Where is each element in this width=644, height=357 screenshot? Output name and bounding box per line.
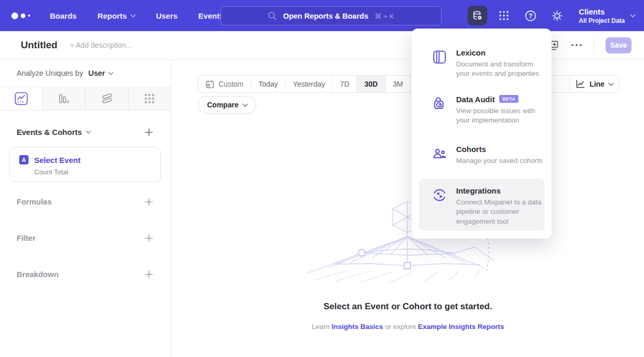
report-title[interactable]: Untitled [21,39,58,51]
events-cohorts-label: Events & Cohorts [17,128,82,136]
tab-bar-chart[interactable] [43,87,86,110]
nav-label: Reports [98,11,127,20]
search-shortcut: ⌘ + K [375,12,394,20]
add-formula-button[interactable] [145,198,153,206]
breakdown-section: Breakdown [17,270,153,279]
compare-dropdown[interactable]: Compare [198,96,256,114]
global-search-input[interactable]: Open Reports & Boards ⌘ + K [221,6,442,25]
date-range-label: 7D [340,80,349,88]
analyze-uniques-row: Analyze Uniques by User [0,60,171,87]
menu-item-data-audit[interactable]: Data AuditBETA View possible issues with… [419,88,544,133]
data-management-dropdown: Lexicon Document and transform your even… [412,29,552,239]
mixpanel-logo[interactable] [11,12,30,19]
ellipsis-icon [571,44,582,47]
chevron-down-icon [608,80,613,86]
add-breakdown-button[interactable] [145,270,153,279]
chart-style-dropdown[interactable]: Line [569,75,619,93]
empty-state-subtext: Learn Insights Basics or explore Example… [203,323,613,331]
integrations-sync-icon [432,186,447,224]
filter-section: Filter [17,234,153,242]
bar-chart-icon [58,92,70,105]
navbar-actions: ? Clients All Project Data [468,0,635,31]
data-management-button[interactable] [468,6,487,25]
cohorts-people-icon [432,145,447,166]
chevron-down-icon [131,12,136,17]
metric-grid-icon [143,92,156,105]
gear-icon [551,10,563,22]
search-icon [268,11,277,20]
logo-dot [28,15,30,17]
nav-item-users[interactable]: Users [156,11,177,20]
data-audit-icon [432,95,447,126]
events-cohorts-header[interactable]: Events & Cohorts [17,128,90,136]
logo-dot [11,12,18,19]
event-card[interactable]: A Select Event Count Total [9,147,161,182]
date-range-custom[interactable]: Custom [198,76,251,92]
beta-badge: BETA [499,95,518,103]
date-range-label: Custom [218,80,243,88]
menu-item-title: Lexicon [456,48,486,57]
chevron-down-icon [631,12,636,17]
help-icon: ? [525,10,537,22]
chevron-down-icon [242,101,248,106]
menu-item-cohorts[interactable]: Cohorts Manage your saved cohorts [419,138,544,173]
empty-state-text: Select an Event or Cohort to get started… [203,301,613,331]
nav-label: Events [198,11,224,20]
add-event-button[interactable] [145,128,153,136]
search-placeholder: Open Reports & Boards [283,12,368,20]
line-chart-icon [15,92,28,105]
empty-state-heading: Select an Event or Cohort to get started… [203,301,613,312]
insights-basics-link[interactable]: Insights Basics [332,323,383,331]
filter-label: Filter [17,234,36,242]
logo-dot [21,13,25,18]
date-range-30d[interactable]: 30D [357,76,385,92]
save-button[interactable]: Save [606,37,632,53]
event-metric-label[interactable]: Count Total [34,168,160,176]
subtext-prefix: Learn [312,323,332,331]
apps-grid-button[interactable] [494,6,514,25]
date-range-yesterday[interactable]: Yesterday [285,76,333,92]
project-switcher[interactable]: Clients All Project Data [579,7,635,24]
stacked-flow-icon [100,92,114,105]
divider [594,37,594,53]
add-filter-button[interactable] [145,234,153,242]
plus-icon [145,234,153,242]
date-range-3m[interactable]: 3M [385,76,410,92]
plus-icon [145,128,153,136]
analyze-entity-dropdown[interactable]: User [88,69,113,77]
query-builder-sidebar: Analyze Uniques by User [0,60,171,357]
tab-stacked-chart[interactable] [85,87,128,110]
formulas-label: Formulas [17,197,52,206]
select-event-button[interactable]: Select Event [34,156,80,164]
calendar-icon [205,80,214,89]
primary-nav: Boards Reports Users Events [50,11,224,20]
apps-grid-icon [498,10,510,21]
help-button[interactable]: ? [520,6,540,25]
menu-item-lexicon[interactable]: Lexicon Document and transform your even… [419,41,544,86]
report-canvas: Custom Today Yesterday 7D 30D 3M 6M Line… [172,60,644,357]
more-options-button[interactable] [571,44,582,47]
chart-type-tabs [0,87,171,111]
nav-item-reports[interactable]: Reports [98,11,135,20]
menu-item-integrations[interactable]: Integrations Connect Mixpanel to a data … [419,179,544,231]
date-range-today[interactable]: Today [251,76,285,92]
tab-metric-grid[interactable] [128,87,171,110]
tab-line-chart[interactable] [0,87,43,110]
example-insights-reports-link[interactable]: Example Insights Reports [418,323,504,331]
nav-label: Boards [50,11,77,20]
nav-item-events[interactable]: Events [198,11,224,20]
menu-item-description: Connect Mixpanel to a data pipeline or c… [456,198,549,226]
lexicon-book-icon [432,48,447,79]
report-header-actions: Save [549,37,632,53]
date-range-7d[interactable]: 7D [332,76,357,92]
chevron-down-icon [86,129,91,134]
nav-item-boards[interactable]: Boards [50,11,77,20]
plus-icon [145,198,153,206]
menu-item-title: Cohorts [456,145,486,154]
chevron-down-icon [108,70,114,75]
chart-style-label: Line [590,80,605,88]
settings-button[interactable] [547,6,567,25]
analyze-prefix-label: Analyze Uniques by [17,69,83,77]
report-description-placeholder[interactable]: + Add description... [70,41,132,49]
svg-text:?: ? [529,12,532,20]
